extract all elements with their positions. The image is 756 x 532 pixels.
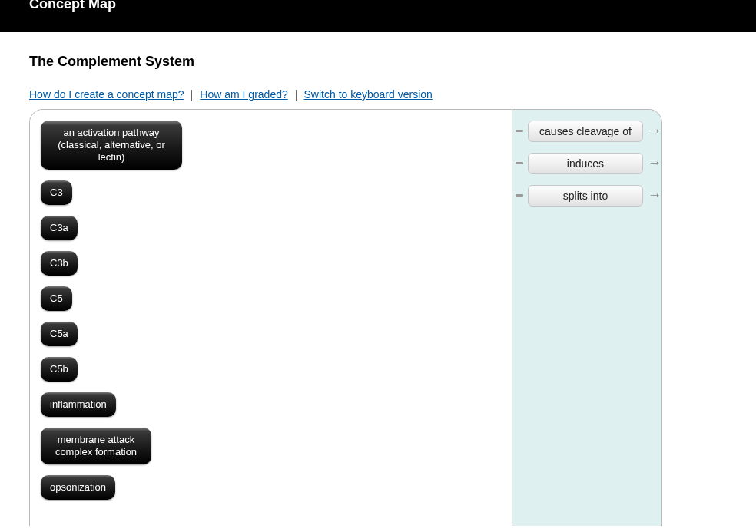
concept-map-workspace: an activation pathway (classical, altern… [29, 109, 662, 526]
node-inflammation[interactable]: inflammation [41, 392, 116, 417]
arrow-right-icon[interactable]: → [648, 155, 658, 171]
page-title: The Complement System [29, 54, 756, 70]
separator-icon [296, 90, 297, 101]
link-phrase-palette: causes cleavage of → induces → splits in… [512, 110, 662, 526]
node-mac[interactable]: membrane attack complex formation [41, 428, 151, 464]
app-banner: Concept Map [0, 0, 756, 32]
node-c5b[interactable]: C5b [41, 357, 78, 382]
drag-handle-icon[interactable] [516, 162, 523, 164]
drag-handle-icon[interactable] [516, 130, 523, 132]
node-c3[interactable]: C3 [41, 180, 72, 205]
link-splits-into[interactable]: splits into [528, 185, 643, 207]
concept-canvas[interactable]: an activation pathway (classical, altern… [30, 110, 512, 526]
link-how-create[interactable]: How do I create a concept map? [29, 88, 184, 101]
arrow-right-icon[interactable]: → [648, 123, 658, 139]
node-c3a[interactable]: C3a [41, 216, 78, 240]
help-links: How do I create a concept map? How am I … [29, 88, 756, 101]
app-title: Concept Map [29, 0, 116, 12]
node-activation-pathway[interactable]: an activation pathway (classical, altern… [41, 121, 182, 170]
node-c5[interactable]: C5 [41, 286, 72, 311]
node-opsonization[interactable]: opsonization [41, 475, 115, 500]
link-keyboard-version[interactable]: Switch to keyboard version [304, 88, 433, 101]
link-causes-cleavage[interactable]: causes cleavage of [528, 121, 643, 142]
drag-handle-icon[interactable] [516, 194, 523, 197]
node-c3b[interactable]: C3b [41, 251, 78, 276]
arrow-right-icon[interactable]: → [648, 187, 658, 203]
separator-icon [191, 90, 192, 101]
link-induces[interactable]: induces [528, 153, 643, 174]
link-how-graded[interactable]: How am I graded? [200, 88, 287, 101]
node-c5a[interactable]: C5a [41, 322, 78, 346]
